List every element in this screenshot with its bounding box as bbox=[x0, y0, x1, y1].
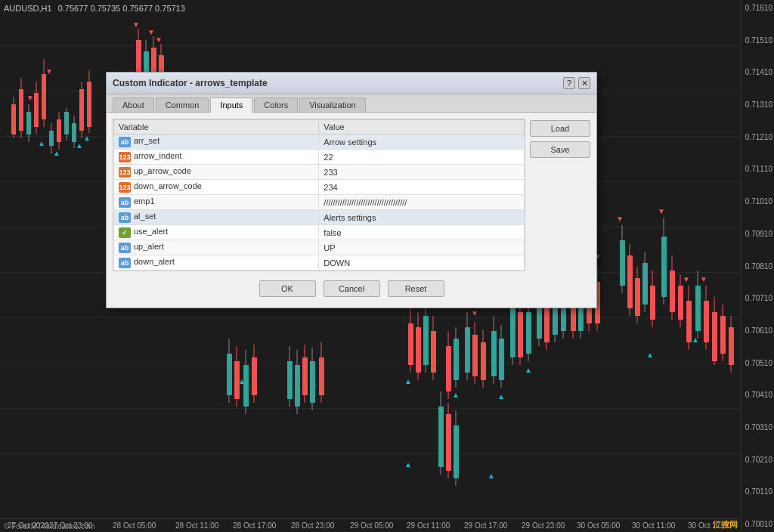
type-icon-123: 123 bbox=[119, 182, 131, 193]
price-label: 0.71510 bbox=[743, 36, 772, 45]
price-label: 0.70310 bbox=[743, 423, 772, 431]
type-icon-ab: ab bbox=[119, 137, 131, 147]
price-label: 0.71210 bbox=[743, 133, 772, 141]
load-button[interactable]: Load bbox=[530, 120, 590, 137]
col-value: Value bbox=[319, 120, 525, 135]
row-variable: abup_alert bbox=[114, 240, 319, 255]
inputs-table: Variable Value abarr_set Arrow settings bbox=[113, 119, 525, 271]
row-value: Arrow settings bbox=[319, 135, 525, 150]
row-variable: ✓use_alert bbox=[114, 225, 319, 240]
row-value: Alerts settings bbox=[319, 210, 525, 225]
row-variable: 123up_arrow_code bbox=[114, 165, 319, 180]
row-variable: abdown_alert bbox=[114, 255, 319, 271]
help-button[interactable]: ? bbox=[563, 77, 575, 89]
tab-about[interactable]: About bbox=[113, 97, 154, 112]
table-row[interactable]: 123down_arrow_code 234 bbox=[114, 180, 525, 195]
type-icon-ab: ab bbox=[119, 212, 131, 223]
tab-visualization[interactable]: Visualization bbox=[299, 97, 366, 112]
row-value: 22 bbox=[319, 150, 525, 165]
reset-button[interactable]: Reset bbox=[388, 280, 444, 297]
price-axis: 0.71610 0.71510 0.71410 0.71310 0.71210 … bbox=[741, 0, 774, 532]
row-value: false bbox=[319, 225, 525, 240]
type-icon-check: ✓ bbox=[119, 227, 131, 238]
tab-inputs[interactable]: Inputs bbox=[210, 97, 252, 113]
type-icon-123: 123 bbox=[119, 152, 131, 162]
table-row[interactable]: abemp1 /////////////////////////////////… bbox=[114, 195, 525, 210]
row-variable: abarr_set bbox=[114, 135, 319, 150]
table-row[interactable]: 123arrow_indent 22 bbox=[114, 150, 525, 165]
dialog: Custom Indicator - arrows_template ? ✕ A… bbox=[106, 72, 597, 308]
save-button[interactable]: Save bbox=[530, 141, 590, 158]
cancel-button[interactable]: Cancel bbox=[324, 280, 380, 297]
dialog-controls: ? ✕ bbox=[563, 77, 590, 89]
type-icon-ab: ab bbox=[119, 258, 131, 268]
price-label: 0.70410 bbox=[743, 391, 772, 399]
close-button[interactable]: ✕ bbox=[578, 77, 590, 89]
bottom-buttons: OK Cancel Reset bbox=[113, 274, 590, 302]
row-value: //////////////////////////////////// bbox=[319, 195, 525, 210]
price-label: 0.70610 bbox=[743, 326, 772, 335]
price-label: 0.71610 bbox=[743, 4, 772, 12]
tab-colors[interactable]: Colors bbox=[254, 97, 298, 112]
col-variable: Variable bbox=[114, 120, 319, 135]
price-label: 0.70710 bbox=[743, 294, 772, 302]
price-label: 0.70510 bbox=[743, 359, 772, 367]
row-variable: abemp1 bbox=[114, 195, 319, 210]
table-row[interactable]: abdown_alert DOWN bbox=[114, 255, 525, 271]
type-icon-ab: ab bbox=[119, 243, 131, 253]
row-value: UP bbox=[319, 240, 525, 255]
table-row[interactable]: ✓use_alert false bbox=[114, 225, 525, 240]
dialog-overlay: Custom Indicator - arrows_template ? ✕ A… bbox=[0, 0, 741, 532]
price-label: 0.70910 bbox=[743, 230, 772, 238]
ok-button[interactable]: OK bbox=[259, 280, 316, 297]
btn-area: Load Save bbox=[530, 119, 590, 274]
dialog-body: Variable Value abarr_set Arrow settings bbox=[107, 113, 596, 308]
price-label: 0.70210 bbox=[743, 456, 772, 464]
dialog-title: Custom Indicator - arrows_template bbox=[113, 78, 268, 88]
row-variable: 123down_arrow_code bbox=[114, 180, 319, 195]
row-value: 234 bbox=[319, 180, 525, 195]
dialog-tabs: About Common Inputs Colors Visualization bbox=[107, 94, 596, 113]
table-row[interactable]: abal_set Alerts settings bbox=[114, 210, 525, 225]
price-label: 0.71010 bbox=[743, 197, 772, 206]
price-label: 0.71110 bbox=[743, 165, 772, 173]
row-variable: abal_set bbox=[114, 210, 319, 225]
row-value: DOWN bbox=[319, 255, 525, 271]
table-scroll[interactable]: Variable Value abarr_set Arrow settings bbox=[113, 119, 525, 271]
price-label: 0.70010 bbox=[743, 520, 772, 528]
price-label: 0.71410 bbox=[743, 68, 772, 76]
dialog-content: Variable Value abarr_set Arrow settings bbox=[113, 119, 590, 274]
row-value: 233 bbox=[319, 165, 525, 180]
price-label: 0.70810 bbox=[743, 262, 772, 271]
tab-common[interactable]: Common bbox=[156, 97, 209, 112]
type-icon-ab: ab bbox=[119, 197, 131, 208]
row-variable: 123arrow_indent bbox=[114, 150, 319, 165]
table-row[interactable]: 123up_arrow_code 233 bbox=[114, 165, 525, 180]
price-label: 0.70110 bbox=[743, 487, 772, 496]
table-row[interactable]: abarr_set Arrow settings bbox=[114, 135, 525, 150]
dialog-titlebar: Custom Indicator - arrows_template ? ✕ bbox=[107, 73, 596, 94]
price-label: 0.71310 bbox=[743, 101, 772, 109]
table-area: Variable Value abarr_set Arrow settings bbox=[113, 119, 525, 274]
type-icon-123: 123 bbox=[119, 167, 131, 178]
table-row[interactable]: abup_alert UP bbox=[114, 240, 525, 255]
